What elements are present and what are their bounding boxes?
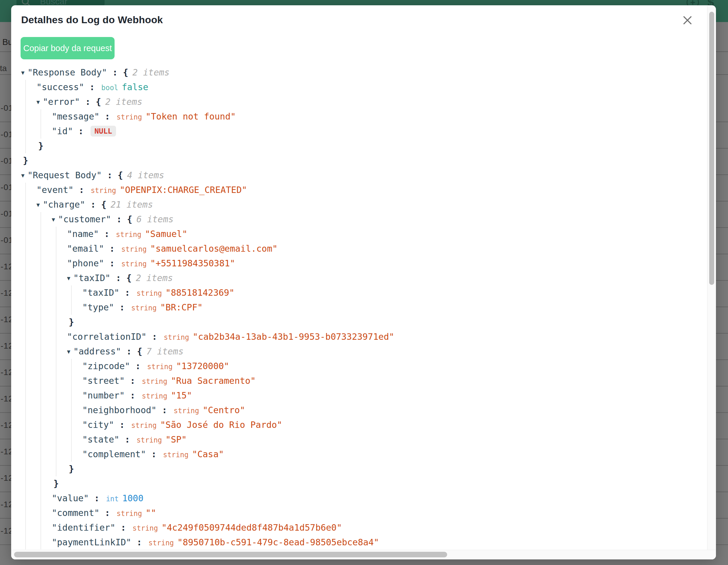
json-row-Request Body: ▼"Request Body" : {4 items: [21, 168, 707, 183]
json-row-name: "name" : string"Samuel": [67, 227, 707, 242]
json-row-comment: "comment" : string"": [52, 506, 707, 520]
json-row-correlationID: "correlationID" : string"cab2b34a-13ab-4…: [67, 329, 707, 344]
json-row-error: ▼"error" : {2 items: [36, 95, 707, 109]
json-tree-viewer: ▼"Response Body" : {2 items"success" : b…: [11, 65, 707, 549]
json-row-charge: ▼"charge" : {21 items: [36, 197, 707, 212]
horizontal-scrollbar[interactable]: [11, 550, 716, 559]
json-row-id: "id" : NULL: [52, 124, 707, 139]
json-closing-brace: }: [67, 315, 707, 329]
collapse-triangle-icon[interactable]: ▼: [21, 168, 24, 183]
json-row-complement: "complement" : string"Casa": [82, 447, 707, 462]
collapse-triangle-icon[interactable]: ▼: [52, 212, 55, 227]
json-row-address: ▼"address" : {7 items: [67, 344, 707, 359]
json-row-phone: "phone" : string"+5511984350381": [67, 256, 707, 271]
json-children: "message" : string"Token not found""id" …: [41, 109, 707, 139]
json-children: "zipcode" : string"13720000""street" : s…: [71, 359, 707, 462]
collapse-triangle-icon[interactable]: ▼: [67, 271, 70, 285]
json-row-event: "event" : string"OPENPIX:CHARGE_CREATED": [36, 183, 707, 197]
json-row-paymentLinkID: "paymentLinkID" : string"8950710b-c591-4…: [52, 535, 707, 549]
json-row-city: "city" : string"São José do Rio Pardo": [82, 417, 707, 432]
horizontal-scrollbar-thumb[interactable]: [14, 552, 447, 557]
json-row-email: "email" : string"samuelcarlos@email.com": [67, 242, 707, 256]
json-closing-brace: }: [67, 462, 707, 476]
json-row-message: "message" : string"Token not found": [52, 109, 707, 124]
close-icon[interactable]: [683, 16, 692, 25]
json-row-success: "success" : boolfalse: [36, 80, 707, 95]
json-row-state: "state" : string"SP": [82, 432, 707, 447]
json-row-zipcode: "zipcode" : string"13720000": [82, 359, 707, 373]
json-children: "taxID" : string"88518142369""type" : st…: [71, 285, 707, 315]
collapse-triangle-icon[interactable]: ▼: [36, 197, 40, 212]
json-closing-brace: }: [36, 139, 707, 153]
json-row-value: "value" : int1000: [52, 491, 707, 506]
vertical-scrollbar[interactable]: [707, 6, 716, 550]
modal-title: Detalhes do Log do Webhook: [21, 14, 163, 26]
copy-request-body-button[interactable]: Copiar body da request: [21, 37, 115, 59]
vertical-scrollbar-thumb[interactable]: [709, 12, 714, 285]
json-row-identifier: "identifier" : string"4c249f0509744ded8f…: [52, 520, 707, 535]
json-row-number: "number" : string"15": [82, 388, 707, 403]
json-children: "name" : string"Samuel""email" : string"…: [56, 227, 707, 476]
json-row-customer: ▼"customer" : {6 items: [52, 212, 707, 227]
json-children: "event" : string"OPENPIX:CHARGE_CREATED"…: [25, 183, 707, 549]
json-row-Response Body: ▼"Response Body" : {2 items: [21, 65, 707, 80]
collapse-triangle-icon[interactable]: ▼: [67, 344, 70, 359]
json-children: "success" : boolfalse▼"error" : {2 items…: [25, 80, 707, 153]
collapse-triangle-icon[interactable]: ▼: [21, 65, 24, 80]
collapse-triangle-icon[interactable]: ▼: [36, 95, 40, 109]
json-row-street: "street" : string"Rua Sacramento": [82, 373, 707, 388]
json-closing-brace: }: [52, 476, 707, 491]
null-value-badge: NULL: [90, 126, 116, 137]
json-row-taxID: ▼"taxID" : {2 items: [67, 271, 707, 285]
json-closing-brace: }: [21, 153, 707, 168]
webhook-log-modal: Detalhes do Log do Webhook Copiar body d…: [11, 5, 716, 559]
json-row-taxID: "taxID" : string"88518142369": [82, 285, 707, 300]
json-row-neighborhood: "neighborhood" : string"Centro": [82, 403, 707, 417]
json-children: ▼"customer" : {6 items"name" : string"Sa…: [41, 212, 707, 549]
json-row-type: "type" : string"BR:CPF": [82, 300, 707, 315]
